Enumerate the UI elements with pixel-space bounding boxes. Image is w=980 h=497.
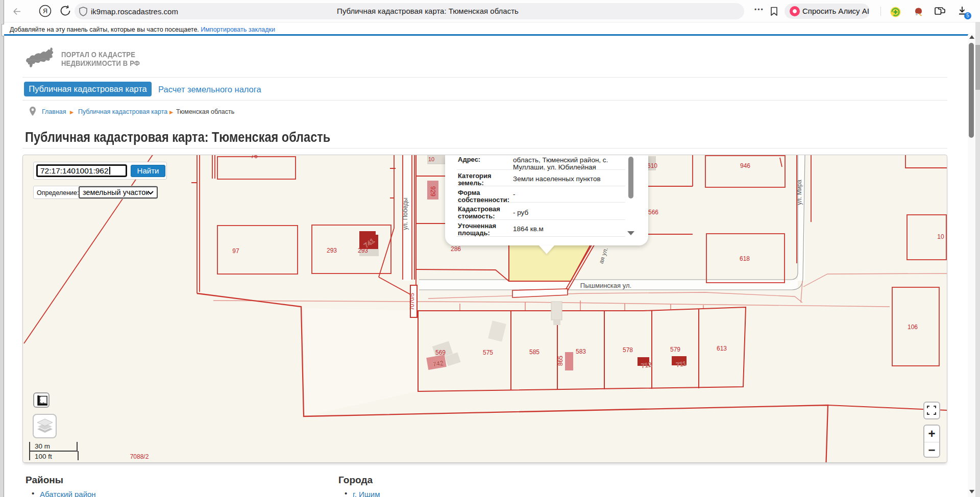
svg-text:106: 106 xyxy=(908,324,918,331)
svg-text:579: 579 xyxy=(670,346,680,353)
svg-text:610: 610 xyxy=(647,162,657,169)
svg-text:585: 585 xyxy=(529,349,540,356)
svg-text:865: 865 xyxy=(557,356,564,366)
svg-text:618: 618 xyxy=(740,255,750,262)
svg-text:711: 711 xyxy=(676,360,687,369)
svg-text:929: 929 xyxy=(429,186,436,196)
svg-text:ая ул.: ая ул. xyxy=(598,246,609,264)
svg-text:946: 946 xyxy=(740,162,750,169)
svg-text:Пышминская ул.: Пышминская ул. xyxy=(580,282,631,289)
svg-text:286: 286 xyxy=(451,245,461,253)
svg-text:566: 566 xyxy=(648,209,658,216)
svg-text:7088/2: 7088/2 xyxy=(130,453,149,460)
svg-text:100 ft: 100 ft xyxy=(35,453,52,460)
svg-text:10: 10 xyxy=(937,233,944,240)
svg-text:583: 583 xyxy=(576,348,586,355)
svg-text:97: 97 xyxy=(232,247,239,255)
svg-text:ул. Мира: ул. Мира xyxy=(796,180,803,205)
svg-text:10: 10 xyxy=(428,156,434,162)
svg-text:613: 613 xyxy=(717,345,727,352)
svg-text:575: 575 xyxy=(483,349,493,356)
svg-text:ул. Победы: ул. Победы xyxy=(402,197,409,230)
svg-text:293: 293 xyxy=(327,247,337,254)
svg-text:Я: Я xyxy=(43,8,47,15)
svg-text:569: 569 xyxy=(435,349,446,356)
svg-text:712: 712 xyxy=(641,361,652,370)
svg-text:7070/5: 7070/5 xyxy=(409,293,415,310)
svg-text:578: 578 xyxy=(623,346,633,354)
svg-text:30 m: 30 m xyxy=(35,442,50,450)
svg-text:76: 76 xyxy=(251,155,258,160)
